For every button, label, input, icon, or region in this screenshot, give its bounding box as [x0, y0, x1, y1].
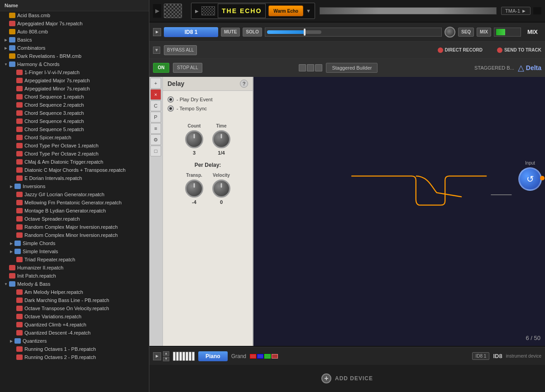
white-key-1 — [173, 352, 176, 361]
play-dry-option[interactable]: - Play Dry Event — [167, 96, 248, 103]
sidebar-item[interactable]: Quantized Descent -4.repatch — [0, 329, 149, 337]
copy-icon[interactable]: C — [150, 100, 161, 111]
sidebar-item[interactable]: Mellowing Fm Pentatonic Generator.repatc… — [0, 198, 149, 207]
mix-button[interactable]: MIX — [477, 28, 491, 37]
sidebar-item[interactable]: E Dorian Intervals.repatch — [0, 174, 149, 182]
close-icon[interactable]: × — [150, 89, 161, 100]
window-icon[interactable]: □ — [150, 146, 161, 156]
format-btn-3[interactable] — [315, 64, 322, 71]
sidebar-item[interactable]: 1-Finger I-V-vi-IV.repatch — [0, 68, 149, 76]
sidebar-item[interactable]: ▶Combinators — [0, 44, 149, 52]
sidebar-item[interactable]: Init Patch.repatch — [0, 272, 149, 280]
scroll-down-button[interactable]: ▼ — [163, 357, 169, 361]
sidebar-item[interactable]: Dark Marching Bass Line - PB.repatch — [0, 296, 149, 304]
sidebar-item[interactable]: Random Complex Major Inversion.repatch — [0, 223, 149, 231]
color-keys — [250, 354, 278, 359]
sidebar-item[interactable]: Arpeggiated Minor 7s.repatch — [0, 85, 149, 93]
sidebar-item[interactable]: Jazzy G# Locrian Generator.repatch — [0, 190, 149, 198]
input-node[interactable]: Input ↺ — [518, 161, 542, 191]
dropdown-icon[interactable]: ▼ — [306, 8, 311, 14]
sidebar-item[interactable]: Arpeggiated Major 7s.repatch — [0, 19, 149, 28]
on-button[interactable]: ON — [153, 63, 169, 73]
sidebar-item[interactable]: ▶Quantizers — [0, 337, 149, 345]
sidebar-item[interactable]: Acid Bass.cmb — [0, 11, 149, 19]
sidebar-item[interactable]: Chord Sequence 3.repatch — [0, 109, 149, 117]
sidebar-item[interactable]: Octave Transpose On Velocity.repatch — [0, 304, 149, 312]
sidebar-item[interactable]: Running Octaves 1 - PB.repatch — [0, 345, 149, 353]
warm-echo-button[interactable]: Warm Echo — [268, 5, 303, 16]
sidebar-item[interactable]: ▼Melody & Bass — [0, 280, 149, 288]
repatch-icon — [9, 21, 15, 26]
staggered-short-label: STAGGERED B... — [474, 65, 514, 71]
sidebar-item[interactable]: Triad Repeater.repatch — [0, 255, 149, 264]
sidebar-item[interactable]: Chord Sequence 5.repatch — [0, 125, 149, 133]
sidebar-item[interactable]: Chord Sequence 2.repatch — [0, 101, 149, 109]
sidebar-item[interactable]: Chord Sequence 1.repatch — [0, 93, 149, 101]
sidebar-item-label: Random Complex Major Inversion.repatch — [24, 224, 118, 230]
track-play-button[interactable]: ▶ — [153, 28, 161, 36]
volume-knob[interactable] — [445, 27, 455, 38]
repatch-icon — [16, 330, 23, 335]
format-btn-1[interactable] — [299, 64, 306, 71]
sidebar-item[interactable]: ▶Simple Chords — [0, 239, 149, 247]
sidebar-item[interactable]: Chord Type Per Octave 2.repatch — [0, 150, 149, 158]
sidebar-item[interactable]: CMaj & Am Diatonic Trigger.repatch — [0, 158, 149, 166]
sidebar-item[interactable]: Dark Revelations - BRM.cmb — [0, 52, 149, 60]
sidebar-item[interactable]: Diatonic C Major Chords + Transpose.repa… — [0, 166, 149, 174]
paste-icon[interactable]: P — [150, 112, 161, 123]
sidebar-item[interactable]: Arpeggiated Major 7s.repatch — [0, 76, 149, 85]
sidebar-item[interactable]: Quantized Climb +4.repatch — [0, 321, 149, 329]
solo-button[interactable]: SOLO — [243, 28, 262, 37]
sidebar-item[interactable]: Chord Type Per Octave 1.repatch — [0, 142, 149, 150]
add-icon[interactable]: + — [150, 78, 161, 89]
sidebar-item[interactable]: ▶Simple Intervals — [0, 247, 149, 255]
fader-area[interactable] — [265, 28, 442, 37]
sidebar-item[interactable]: ▼Harmony & Chords — [0, 60, 149, 68]
sidebar-item[interactable]: Am Melody Helper.repatch — [0, 288, 149, 296]
format-btn-2[interactable] — [307, 64, 314, 71]
instrument-play-button[interactable]: ▶ — [153, 352, 161, 360]
stop-all-button[interactable]: STOP ALL — [173, 63, 202, 73]
rack-arrow-icon[interactable]: ▶ — [155, 8, 159, 14]
sidebar-item[interactable]: Humanizer II.repatch — [0, 264, 149, 272]
velocity-knob[interactable] — [212, 179, 230, 198]
piano-label-button[interactable]: Piano — [198, 351, 228, 361]
checkered-button[interactable] — [164, 4, 182, 18]
sidebar-item[interactable]: Octave Variations.repatch — [0, 312, 149, 321]
play-dry-radio[interactable] — [167, 96, 174, 103]
settings-icon[interactable]: ⚙ — [150, 134, 161, 145]
help-button[interactable]: ? — [240, 80, 248, 88]
sidebar-item[interactable]: Running Octaves 2 - PB.repatch — [0, 353, 149, 361]
time-knob[interactable] — [212, 130, 230, 148]
warm-echo-label: Warm Echo — [273, 9, 298, 14]
instrument-device-label: instrument device — [506, 354, 541, 359]
sidebar-item[interactable]: Auto 808.cmb — [0, 28, 149, 36]
staggered-builder-button[interactable]: Staggered Builder — [326, 63, 378, 73]
file-browser[interactable]: Name Acid Bass.cmbArpeggiated Major 7s.r… — [0, 0, 149, 392]
scroll-up-button[interactable]: ▲ — [163, 351, 169, 356]
count-knob[interactable] — [185, 130, 203, 148]
bypass-button[interactable]: BYPASS ALL — [164, 45, 197, 55]
sidebar-item[interactable]: Montage B Lydian Generator.repatch — [0, 207, 149, 215]
color-key-blue — [257, 354, 263, 359]
repatch-icon — [16, 216, 23, 222]
sidebar-item[interactable]: Random Complex Minor Inversion.repatch — [0, 231, 149, 239]
transp-knob[interactable] — [185, 179, 203, 198]
add-device-area[interactable]: + ADD DEVICE — [149, 365, 545, 392]
sidebar-item[interactable]: Chord Sequence 4.repatch — [0, 117, 149, 125]
device-arrow-icon[interactable]: ▼ — [153, 47, 160, 54]
sidebar-item[interactable]: Octave Spreader.repatch — [0, 215, 149, 223]
count-label: Count — [188, 123, 201, 128]
repatch-icon — [16, 110, 23, 116]
list-icon[interactable]: ≡ — [150, 123, 161, 134]
seq-button[interactable]: SEQ — [458, 28, 474, 37]
input-node-circle[interactable]: ↺ — [518, 167, 542, 191]
sidebar-item[interactable]: Chord Spicer.repatch — [0, 133, 149, 142]
folder-arrow-icon: ▶ — [4, 38, 8, 42]
tempo-sync-radio[interactable] — [167, 105, 174, 112]
tempo-sync-option[interactable]: - Tempo Sync — [167, 105, 248, 112]
sidebar-item-label: Montage B Lydian Generator.repatch — [24, 208, 106, 213]
mute-button[interactable]: MUTE — [221, 28, 240, 37]
sidebar-item[interactable]: ▶Basics — [0, 36, 149, 44]
sidebar-item[interactable]: ▶Inversions — [0, 182, 149, 190]
